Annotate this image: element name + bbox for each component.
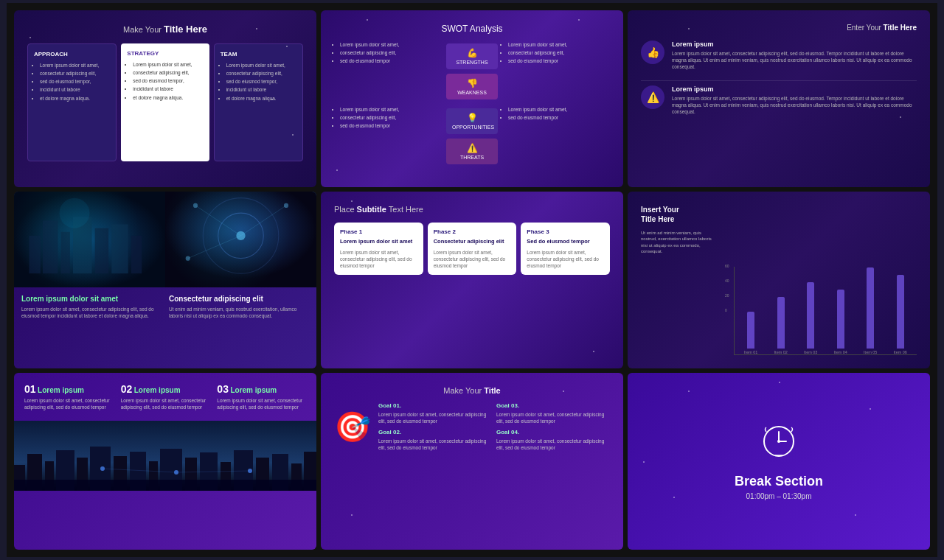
bar-02 bbox=[777, 297, 785, 349]
bar-01 bbox=[747, 312, 754, 349]
svg-rect-0 bbox=[14, 192, 165, 287]
swot-grid: Lorem ipsum dolor sit amet, consectetur … bbox=[334, 41, 610, 167]
list-item: Lorem ipsum dolor sit amet, bbox=[226, 62, 296, 69]
slide-5: Place Subtitle Text Here Phase 1 Lorem i… bbox=[321, 192, 623, 368]
strategy-list: Lorem ipsum dolor sit amet, consectetur … bbox=[127, 61, 203, 100]
threats-badge: ⚠️ THREATS bbox=[446, 139, 498, 164]
svg-rect-2 bbox=[43, 220, 58, 273]
svg-point-10 bbox=[218, 213, 264, 259]
list-item: Lorem ipsum dolor sit amet, bbox=[340, 106, 442, 113]
svg-rect-4 bbox=[73, 217, 92, 273]
slide-1: Make Your Title Here APPROACH Lorem ipsu… bbox=[14, 10, 316, 187]
list-item: Lorem ipsum dolor sit amet, bbox=[508, 106, 610, 113]
goals-layout: 🎯 Goal 01. Lorem ipsum dolor sit amet, c… bbox=[334, 402, 610, 451]
svg-rect-1 bbox=[30, 236, 41, 273]
slide3-item1-text: Lorem ipsum Lorem ipsum dolor sit amet, … bbox=[672, 41, 917, 70]
opportunities-badge: 💡 OPPORTUNITIES bbox=[446, 108, 498, 134]
list-item: consectetur adipiscing elit, bbox=[133, 69, 203, 76]
list-item: incididunt ut labore bbox=[226, 86, 296, 93]
svg-rect-7 bbox=[131, 236, 142, 273]
slide4-text1: Lorem ipsum dolor sit amet Lorem ipsum d… bbox=[21, 295, 162, 361]
list-item: Lorem ipsum dolor sit amet, bbox=[40, 62, 110, 69]
svg-rect-6 bbox=[111, 225, 128, 274]
strengths-badge: 💪 STRENGTHS bbox=[446, 43, 498, 69]
numbered-item-1: 01 Lorem ipsum Lorem ipsum dolor sit ame… bbox=[24, 383, 114, 410]
list-item: sed do eiusmod tempor bbox=[508, 57, 610, 64]
swot-badges-top: 💪 STRENGTHS 👎 WEAKNESS bbox=[446, 41, 498, 102]
list-item: sed do eiusmod tempor, bbox=[40, 78, 110, 85]
slide6-left: Insert YourTitle Here Ut enim ad minim v… bbox=[641, 205, 715, 355]
numbered-item-3: 03 Lorem ipsum Lorem ipsum dolor sit ame… bbox=[217, 383, 306, 410]
approach-column: APPROACH Lorem ipsum dolor sit amet, con… bbox=[27, 43, 117, 161]
list-item: consectetur adipiscing elit, bbox=[508, 49, 610, 56]
list-item: et dolore magna aliqua. bbox=[40, 95, 110, 102]
slide4-text2: Consectetur adipiscing elit Ut enim ad m… bbox=[169, 295, 309, 361]
bar-04 bbox=[837, 290, 844, 349]
list-item: et dolore magna aliqua. bbox=[133, 94, 203, 101]
slide8-title: Make Your Title bbox=[334, 386, 610, 395]
svg-rect-5 bbox=[95, 228, 108, 274]
break-time: 01:00pm – 01:30pm bbox=[746, 492, 812, 500]
slide-4: Lorem ipsum dolor sit amet Lorem ipsum d… bbox=[14, 192, 316, 368]
swot-title: SWOT Analysis bbox=[334, 24, 610, 34]
threats-icon: ⚠️ bbox=[452, 143, 492, 153]
bar-03 bbox=[807, 282, 814, 349]
bar-06 bbox=[897, 275, 904, 349]
swot-text-br: Lorem ipsum dolor sit amet, sed do eiusm… bbox=[502, 106, 610, 167]
phases-container: Phase 1 Lorem ipsum dolor sit amet Lorem… bbox=[334, 223, 610, 275]
slide3-item1: 👍 Lorem ipsum Lorem ipsum dolor sit amet… bbox=[641, 41, 917, 70]
slide7-top: 01 Lorem ipsum Lorem ipsum dolor sit ame… bbox=[14, 373, 316, 421]
city-image bbox=[14, 192, 165, 287]
slide-7: 01 Lorem ipsum Lorem ipsum dolor sit ame… bbox=[14, 373, 316, 550]
list-item: sed do eiusmod tempor bbox=[340, 57, 442, 64]
goal-3: Goal 03. Lorem ipsum dolor sit amet, con… bbox=[496, 402, 610, 424]
slide-grid: Make Your Title Here APPROACH Lorem ipsu… bbox=[7, 3, 937, 557]
svg-rect-38 bbox=[14, 480, 316, 491]
svg-point-16 bbox=[193, 203, 198, 208]
svg-point-15 bbox=[236, 231, 245, 240]
slide4-images bbox=[14, 192, 316, 287]
svg-point-18 bbox=[186, 256, 190, 261]
svg-point-11 bbox=[203, 198, 279, 274]
goal-2: Goal 02. Lorem ipsum dolor sit amet, con… bbox=[378, 429, 492, 451]
thumbs-up-icon: 👍 bbox=[641, 41, 664, 64]
goals-grid: Goal 01. Lorem ipsum dolor sit amet, con… bbox=[378, 402, 610, 451]
item3-heading-label: Lorem ipsum bbox=[230, 386, 277, 394]
slide-3: Enter Your Title Here 👍 Lorem ipsum Lore… bbox=[628, 10, 930, 187]
opportunities-icon: 💡 bbox=[452, 113, 492, 123]
item1-heading-label: Lorem ipsum bbox=[38, 386, 84, 394]
slide5-title: Place Subtitle Text Here bbox=[334, 205, 610, 214]
break-content: Break Section 01:00pm – 01:30pm bbox=[641, 386, 917, 536]
slide3-item2-text: Lorem ipsum Lorem ipsum dolor sit amet, … bbox=[672, 85, 917, 115]
break-title: Break Section bbox=[735, 474, 823, 489]
phase2-box: Phase 2 Consectetur adipiscing elit Lore… bbox=[428, 223, 517, 275]
svg-line-14 bbox=[188, 236, 241, 259]
weakness-badge: 👎 WEAKNESS bbox=[446, 74, 498, 99]
slide4-bottom: Lorem ipsum dolor sit amet Lorem ipsum d… bbox=[14, 287, 316, 368]
svg-line-13 bbox=[241, 206, 287, 236]
slide-9: Break Section 01:00pm – 01:30pm bbox=[628, 373, 930, 550]
team-column: TEAM Lorem ipsum dolor sit amet, consect… bbox=[214, 43, 303, 161]
list-item: consectetur adipiscing elit, bbox=[340, 49, 442, 56]
svg-rect-3 bbox=[61, 232, 70, 273]
phase3-box: Phase 3 Sed do eiusmod tempor Lorem ipsu… bbox=[521, 223, 610, 275]
warning-icon: ⚠️ bbox=[641, 85, 664, 109]
list-item: sed do eiusmod tempor, bbox=[226, 78, 296, 85]
slide-2: SWOT Analysis Lorem ipsum dolor sit amet… bbox=[321, 10, 623, 187]
list-item: sed do eiusmod tempor, bbox=[133, 77, 203, 84]
phase1-box: Phase 1 Lorem ipsum dolor sit amet Lorem… bbox=[334, 223, 423, 275]
list-item: consectetur adipiscing elit, bbox=[40, 70, 110, 77]
strengths-icon: 💪 bbox=[452, 48, 492, 58]
weakness-icon: 👎 bbox=[452, 78, 492, 88]
approach-list: Lorem ipsum dolor sit amet, consectetur … bbox=[34, 62, 110, 101]
clock-icon bbox=[760, 423, 797, 466]
slide1-columns: APPROACH Lorem ipsum dolor sit amet, con… bbox=[27, 43, 303, 161]
chart-area: 60 40 20 0 Item 01 Item 02 bbox=[722, 205, 917, 355]
swot-text-tr: Lorem ipsum dolor sit amet, consectetur … bbox=[502, 41, 610, 102]
svg-line-12 bbox=[195, 206, 241, 236]
slide-8: Make Your Title 🎯 Goal 01. Lorem ipsum d… bbox=[321, 373, 623, 550]
swot-badges-bottom: 💡 OPPORTUNITIES ⚠️ THREATS bbox=[446, 106, 498, 167]
slide1-title: Make Your Title Here bbox=[27, 24, 303, 35]
list-item: Lorem ipsum dolor sit amet, bbox=[340, 41, 442, 48]
goal-4: Goal 04. Lorem ipsum dolor sit amet, con… bbox=[496, 429, 610, 451]
